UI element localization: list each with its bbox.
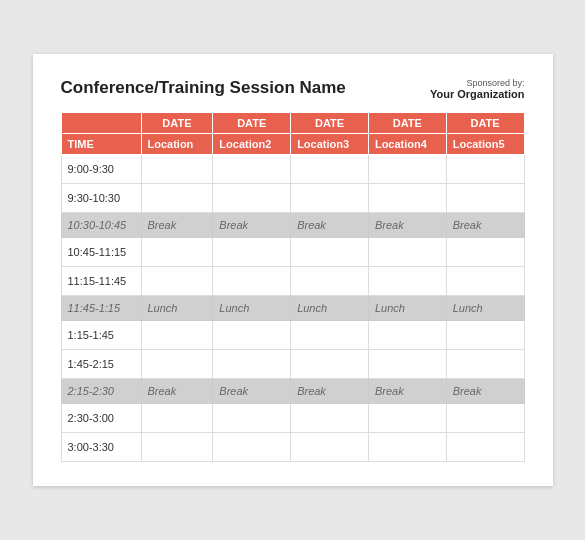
schedule-table: DATEDATEDATEDATEDATE TIMELocationLocatio…: [61, 112, 525, 462]
time-cell: 3:00-3:30: [61, 433, 141, 462]
page: Conference/Training Session Name Sponsor…: [33, 54, 553, 486]
sponsored-block: Sponsored by: Your Organization: [430, 78, 525, 100]
location-header-5: Location5: [446, 134, 524, 155]
data-cell: Lunch: [291, 296, 369, 321]
data-cell: [291, 350, 369, 379]
data-cell: [141, 155, 213, 184]
table-row: 1:45-2:15: [61, 350, 524, 379]
data-cell: [141, 184, 213, 213]
table-row: 3:00-3:30: [61, 433, 524, 462]
location-header-4: Location4: [368, 134, 446, 155]
date-header-col-2: DATE: [213, 113, 291, 134]
table-row: 10:30-10:45BreakBreakBreakBreakBreak: [61, 213, 524, 238]
table-body: 9:00-9:309:30-10:3010:30-10:45BreakBreak…: [61, 155, 524, 462]
date-header-col-4: DATE: [368, 113, 446, 134]
data-cell: [368, 184, 446, 213]
data-cell: [213, 433, 291, 462]
data-cell: [291, 321, 369, 350]
time-cell: 2:15-2:30: [61, 379, 141, 404]
time-cell: 10:30-10:45: [61, 213, 141, 238]
data-cell: [446, 155, 524, 184]
data-cell: [446, 433, 524, 462]
data-cell: [446, 350, 524, 379]
data-cell: [213, 155, 291, 184]
date-header-row: DATEDATEDATEDATEDATE: [61, 113, 524, 134]
date-header-col-1: DATE: [141, 113, 213, 134]
data-cell: [141, 321, 213, 350]
data-cell: [291, 184, 369, 213]
date-header-col-5: DATE: [446, 113, 524, 134]
time-cell: 2:30-3:00: [61, 404, 141, 433]
data-cell: [446, 184, 524, 213]
data-cell: [213, 267, 291, 296]
location-header-1: Location: [141, 134, 213, 155]
data-cell: [213, 238, 291, 267]
data-cell: [291, 238, 369, 267]
time-cell: 10:45-11:15: [61, 238, 141, 267]
table-row: 2:30-3:00: [61, 404, 524, 433]
table-row: 1:15-1:45: [61, 321, 524, 350]
sponsored-org: Your Organization: [430, 88, 525, 100]
data-cell: [141, 267, 213, 296]
data-cell: [368, 238, 446, 267]
data-cell: Break: [141, 379, 213, 404]
data-cell: Lunch: [368, 296, 446, 321]
data-cell: [291, 404, 369, 433]
data-cell: Break: [368, 213, 446, 238]
data-cell: Lunch: [213, 296, 291, 321]
location-header-time: TIME: [61, 134, 141, 155]
data-cell: Lunch: [141, 296, 213, 321]
data-cell: [446, 238, 524, 267]
data-cell: [446, 404, 524, 433]
data-cell: [368, 433, 446, 462]
data-cell: [291, 267, 369, 296]
data-cell: Break: [141, 213, 213, 238]
data-cell: [213, 184, 291, 213]
table-row: 10:45-11:15: [61, 238, 524, 267]
sponsored-label: Sponsored by:: [430, 78, 525, 88]
data-cell: Break: [291, 379, 369, 404]
data-cell: [368, 404, 446, 433]
date-header-col-3: DATE: [291, 113, 369, 134]
time-cell: 1:45-2:15: [61, 350, 141, 379]
data-cell: [213, 350, 291, 379]
data-cell: [213, 404, 291, 433]
time-cell: 1:15-1:45: [61, 321, 141, 350]
data-cell: [141, 433, 213, 462]
location-header-2: Location2: [213, 134, 291, 155]
data-cell: [141, 350, 213, 379]
data-cell: [368, 350, 446, 379]
location-header-row: TIMELocationLocation2Location3Location4L…: [61, 134, 524, 155]
data-cell: Break: [213, 213, 291, 238]
data-cell: [368, 155, 446, 184]
time-cell: 11:45-1:15: [61, 296, 141, 321]
data-cell: Break: [446, 213, 524, 238]
table-row: 2:15-2:30BreakBreakBreakBreakBreak: [61, 379, 524, 404]
data-cell: [291, 155, 369, 184]
time-cell: 11:15-11:45: [61, 267, 141, 296]
time-cell: 9:00-9:30: [61, 155, 141, 184]
data-cell: Break: [213, 379, 291, 404]
top-header: Conference/Training Session Name Sponsor…: [61, 78, 525, 100]
data-cell: [368, 267, 446, 296]
location-header-3: Location3: [291, 134, 369, 155]
data-cell: Break: [291, 213, 369, 238]
date-header-time-col: [61, 113, 141, 134]
table-row: 11:15-11:45: [61, 267, 524, 296]
data-cell: [141, 404, 213, 433]
time-cell: 9:30-10:30: [61, 184, 141, 213]
data-cell: [141, 238, 213, 267]
data-cell: Break: [446, 379, 524, 404]
conference-title: Conference/Training Session Name: [61, 78, 346, 98]
data-cell: [291, 433, 369, 462]
table-row: 9:00-9:30: [61, 155, 524, 184]
table-row: 11:45-1:15LunchLunchLunchLunchLunch: [61, 296, 524, 321]
data-cell: [446, 267, 524, 296]
data-cell: Break: [368, 379, 446, 404]
data-cell: [213, 321, 291, 350]
data-cell: [368, 321, 446, 350]
data-cell: [446, 321, 524, 350]
table-row: 9:30-10:30: [61, 184, 524, 213]
data-cell: Lunch: [446, 296, 524, 321]
